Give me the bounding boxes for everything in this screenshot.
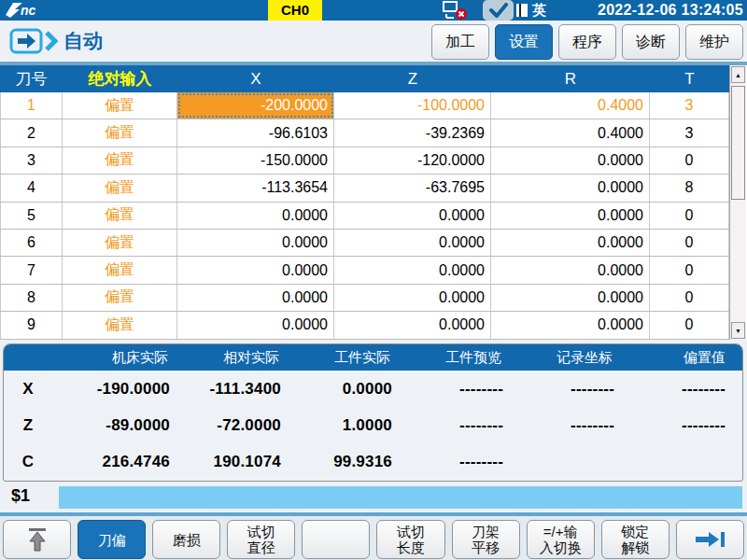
header-relative-actual: 相对实际 xyxy=(177,349,289,367)
z-offset-cell[interactable]: 0.0000 xyxy=(334,285,491,311)
input-mode-cell[interactable]: 偏置 xyxy=(63,285,177,311)
z-offset-cell[interactable]: 0.0000 xyxy=(334,312,491,338)
softkey-empty[interactable] xyxy=(302,520,370,559)
command-input[interactable] xyxy=(59,486,742,509)
x-offset-cell[interactable]: -113.3654 xyxy=(177,175,334,201)
input-mode-cell[interactable]: 偏置 xyxy=(63,175,177,201)
table-scrollbar[interactable]: ▲ ▼ xyxy=(729,65,746,340)
softkey-lock-unlock[interactable]: 锁定 解锁 xyxy=(601,520,669,559)
header-absolute-input: 绝对输入 xyxy=(63,65,177,92)
z-offset-cell[interactable]: -100.0000 xyxy=(334,92,491,119)
offset-value: -------- xyxy=(622,380,742,399)
r-offset-cell[interactable]: 0.0000 xyxy=(491,175,650,201)
input-mode-cell[interactable]: 偏置 xyxy=(63,147,177,174)
input-mode-cell[interactable]: 偏置 xyxy=(63,92,177,119)
scroll-up-button[interactable]: ▲ xyxy=(731,66,745,83)
coordinate-panel: 机床实际 相对实际 工件实际 工件预览 记录坐标 偏置值 X -190.0000… xyxy=(3,343,743,482)
tool-number-cell: 9 xyxy=(0,312,63,338)
r-offset-cell[interactable]: 0.0000 xyxy=(491,257,650,283)
scroll-down-button[interactable]: ▼ xyxy=(731,322,745,339)
t-offset-cell[interactable]: 0 xyxy=(650,312,729,338)
axis-label: C xyxy=(4,453,52,471)
cnc-screen: nc CH0 英 2022-12-06 13:24:05 xyxy=(0,0,747,560)
t-offset-cell[interactable]: 0 xyxy=(650,257,729,283)
workpiece-preview-value: -------- xyxy=(400,380,511,399)
title-bar: 自动 加工 设置 程序 诊断 维护 xyxy=(0,21,747,62)
x-offset-cell[interactable]: 0.0000 xyxy=(177,285,334,311)
machine-actual-value: -190.0000 xyxy=(52,380,177,399)
auto-mode-icon xyxy=(9,26,62,56)
coord-row-x: X -190.0000 -111.3400 0.0000 -------- --… xyxy=(4,371,742,407)
softkey-input-toggle[interactable]: =/+输 入切换 xyxy=(527,520,595,559)
r-offset-cell[interactable]: 0.4000 xyxy=(491,119,650,146)
x-offset-cell[interactable]: -150.0000 xyxy=(177,147,334,174)
z-offset-cell[interactable]: -63.7695 xyxy=(334,175,491,201)
softkey-turret-translate[interactable]: 刀架 平移 xyxy=(452,520,520,559)
x-offset-cell[interactable]: 0.0000 xyxy=(177,257,334,283)
t-offset-cell[interactable]: 3 xyxy=(650,119,729,146)
z-offset-cell[interactable]: 0.0000 xyxy=(334,203,491,229)
z-offset-cell[interactable]: 0.0000 xyxy=(334,230,491,256)
tab-settings[interactable]: 设置 xyxy=(495,24,553,60)
z-offset-cell[interactable]: 0.0000 xyxy=(334,257,491,283)
header-z: Z xyxy=(334,65,491,92)
t-offset-cell[interactable]: 8 xyxy=(650,175,729,201)
workpiece-preview-value: -------- xyxy=(400,416,511,435)
x-offset-cell-selected[interactable]: -200.0000 xyxy=(177,92,334,119)
x-offset-cell[interactable]: 0.0000 xyxy=(177,312,334,338)
tab-program[interactable]: 程序 xyxy=(558,24,616,60)
softkey-trial-cut-length[interactable]: 试切 长度 xyxy=(376,520,444,559)
workpiece-preview-value: -------- xyxy=(400,453,511,471)
softkey-page-top[interactable] xyxy=(3,520,71,559)
r-offset-cell[interactable]: 0.0000 xyxy=(491,312,650,338)
z-offset-cell[interactable]: -39.2369 xyxy=(334,119,491,146)
tool-number-cell: 2 xyxy=(0,119,63,146)
coord-row-z: Z -89.0000 -72.0000 1.0000 -------- ----… xyxy=(4,407,742,443)
workpiece-actual-value: 0.0000 xyxy=(289,380,400,399)
z-offset-cell[interactable]: -120.0000 xyxy=(334,147,491,174)
input-mode-cell[interactable]: 偏置 xyxy=(63,203,177,229)
t-offset-cell[interactable]: 3 xyxy=(650,92,729,119)
t-offset-cell[interactable]: 0 xyxy=(650,203,729,229)
softkey-label-line1: 刀架 xyxy=(472,524,500,539)
table-row: 8 偏置 0.0000 0.0000 0.0000 0 xyxy=(0,285,729,312)
softkey-wear[interactable]: 磨损 xyxy=(152,520,220,559)
tab-maintenance[interactable]: 维护 xyxy=(685,24,743,60)
r-offset-cell[interactable]: 0.0000 xyxy=(491,230,650,256)
table-row: 7 偏置 0.0000 0.0000 0.0000 0 xyxy=(0,257,729,284)
r-offset-cell[interactable]: 0.0000 xyxy=(491,285,650,311)
header-x: X xyxy=(177,65,334,92)
input-mode-cell[interactable]: 偏置 xyxy=(63,230,177,256)
t-offset-cell[interactable]: 0 xyxy=(650,230,729,256)
softkey-label-line2: 入切换 xyxy=(540,539,582,555)
tool-number-cell: 7 xyxy=(0,257,63,283)
t-offset-cell[interactable]: 0 xyxy=(650,147,729,174)
x-offset-cell[interactable]: -96.6103 xyxy=(177,119,334,146)
r-offset-cell[interactable]: 0.0000 xyxy=(491,147,650,174)
header-r: R xyxy=(491,65,650,92)
header-record-coord: 记录坐标 xyxy=(511,349,622,367)
softkey-page-next[interactable] xyxy=(676,520,744,559)
softkey-tool-offset[interactable]: 刀偏 xyxy=(78,520,146,559)
tool-number-cell: 6 xyxy=(0,230,63,256)
softkey-trial-cut-diameter[interactable]: 试切 直径 xyxy=(227,520,295,559)
x-offset-cell[interactable]: 0.0000 xyxy=(177,230,334,256)
notebook-icon xyxy=(515,3,529,18)
r-offset-cell[interactable]: 0.0000 xyxy=(491,203,650,229)
header-machine-actual: 机床实际 xyxy=(52,349,177,367)
input-mode-cell[interactable]: 偏置 xyxy=(63,312,177,338)
t-offset-cell[interactable]: 0 xyxy=(650,285,729,311)
scrollbar-thumb[interactable] xyxy=(731,86,745,200)
x-offset-cell[interactable]: 0.0000 xyxy=(177,203,334,229)
relative-actual-value: 190.1074 xyxy=(177,453,289,471)
input-mode-cell[interactable]: 偏置 xyxy=(63,257,177,283)
check-icon xyxy=(488,3,509,18)
tab-machining[interactable]: 加工 xyxy=(431,24,489,60)
main-tabs: 加工 设置 程序 诊断 维护 xyxy=(431,24,743,60)
table-row: 4 偏置 -113.3654 -63.7695 0.0000 8 xyxy=(0,175,729,202)
r-offset-cell[interactable]: 0.4000 xyxy=(491,92,650,119)
tab-diagnosis[interactable]: 诊断 xyxy=(622,24,680,60)
axis-label: X xyxy=(4,380,52,399)
table-row: 2 偏置 -96.6103 -39.2369 0.4000 3 xyxy=(0,119,729,147)
input-mode-cell[interactable]: 偏置 xyxy=(63,119,177,146)
